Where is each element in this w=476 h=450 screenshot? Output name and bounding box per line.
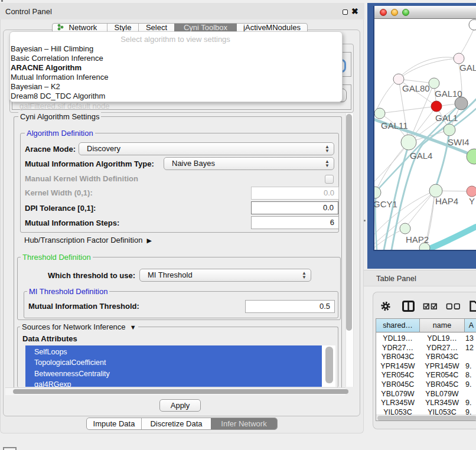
svg-text:GAL1: GAL1 bbox=[435, 113, 458, 123]
svg-text:GAL11: GAL11 bbox=[381, 120, 408, 131]
svg-text:SWI4: SWI4 bbox=[448, 137, 470, 147]
svg-text:HAP4: HAP4 bbox=[435, 196, 458, 206]
svg-text:Y: Y bbox=[469, 196, 475, 206]
svg-text:GCY1: GCY1 bbox=[374, 199, 397, 209]
svg-text:GAL7: GAL7 bbox=[459, 63, 476, 73]
svg-text:GAL10: GAL10 bbox=[435, 89, 462, 99]
svg-text:GAL4: GAL4 bbox=[410, 151, 432, 161]
svg-text:GAL80: GAL80 bbox=[402, 83, 430, 93]
svg-text:HAP2: HAP2 bbox=[406, 234, 429, 244]
